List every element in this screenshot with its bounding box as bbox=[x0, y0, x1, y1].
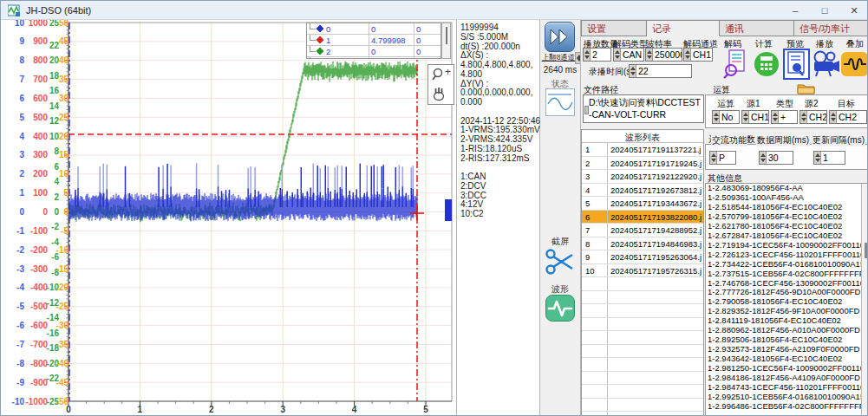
spinner-arrows[interactable] bbox=[614, 49, 621, 61]
legend-scrollbar-thumb[interactable] bbox=[446, 27, 447, 44]
play-button[interactable] bbox=[812, 49, 839, 79]
spinner-arrows[interactable] bbox=[742, 111, 749, 123]
tab-2[interactable]: 记录 bbox=[647, 20, 720, 36]
wave-list-empty-row[interactable] bbox=[582, 412, 703, 416]
ac-spinner-2[interactable]: 30 bbox=[759, 151, 793, 165]
cursor-legend-table[interactable]: 00014.799998020034.7999980 bbox=[306, 23, 441, 59]
can-frame-row[interactable]: 1-2.621780-181056F4-EC10C40E02 bbox=[706, 222, 868, 231]
record-time-spinner[interactable]: 22 bbox=[629, 64, 692, 78]
can-frame-row[interactable]: 1-2.734422-1CEB56F4-016810010090A15A bbox=[706, 260, 868, 270]
screenshot-button[interactable] bbox=[545, 246, 576, 281]
page-channels-label[interactable]: 上翻8通道 bbox=[540, 53, 577, 63]
zoom-plus-icon[interactable]: + bbox=[445, 66, 451, 78]
field-spinner-2[interactable]: CAN bbox=[613, 48, 644, 62]
can-frame-row[interactable]: 1-2.932573-1812F456-A2109F0F0000FD bbox=[706, 345, 868, 354]
browse-folder-button[interactable] bbox=[797, 82, 815, 94]
graph-tools-palette[interactable]: + bbox=[427, 64, 454, 105]
spinner-arrows[interactable] bbox=[830, 111, 837, 123]
ac-spinner-3[interactable]: 1 bbox=[813, 151, 845, 165]
can-frame-row[interactable]: 1-2.981250-1CEC56F4-10090002FF001100 bbox=[706, 364, 868, 374]
can-frame-row[interactable]: 1-2.841119-181056F4-EC10C40E02 bbox=[706, 316, 868, 326]
wave-list-empty-row[interactable] bbox=[582, 345, 703, 359]
zoom-tool-icon[interactable] bbox=[431, 67, 445, 82]
ac-spinner-1[interactable]: P bbox=[709, 151, 736, 165]
can-frame-row[interactable]: 1-2.984743-1CECF456-110201FFFF001100 bbox=[706, 383, 868, 393]
can-frame-row[interactable]: 1-2.790058-181056F4-EC10C40E02 bbox=[706, 297, 868, 307]
can-frames-list[interactable]: 1-2.483069-180956F4-AA1-2.509361-100AF45… bbox=[705, 183, 868, 416]
can-frame-row[interactable]: 1-2.483069-180956F4-AA bbox=[706, 184, 868, 193]
spinner-arrows[interactable] bbox=[684, 49, 691, 61]
legend-row[interactable]: 14.7999980 bbox=[307, 35, 441, 46]
legend-scrollbar[interactable] bbox=[441, 23, 451, 59]
operation-spinner-3[interactable]: + bbox=[771, 110, 798, 124]
wave-list-row[interactable]: 52024051717193443672.j bbox=[582, 197, 703, 211]
wave-list-empty-row[interactable] bbox=[582, 331, 703, 345]
operation-spinner-5[interactable]: CH2 bbox=[829, 110, 867, 124]
can-frame-row[interactable]: 1-2.829352-1812F456-9F10A00F0000FD bbox=[706, 307, 868, 316]
decode-button[interactable] bbox=[723, 49, 751, 79]
fast-forward-button[interactable] bbox=[545, 22, 575, 52]
close-button[interactable]: ✕ bbox=[839, 1, 868, 20]
spinner-arrows[interactable] bbox=[584, 49, 591, 61]
file-path-box[interactable]: D:\快速访问资料\DCCTEST-CAN-VOLT-CURR bbox=[583, 94, 704, 123]
field-spinner-1[interactable]: 2 bbox=[583, 48, 611, 62]
tab-3[interactable]: 通讯 bbox=[720, 20, 794, 36]
wave-list-row[interactable]: 82024051717194846983.j bbox=[582, 237, 703, 251]
can-frame-row[interactable]: 1-2.737515-1CEB56F4-02C800FFFFFFFFFF bbox=[706, 270, 868, 279]
tab-1[interactable]: 设置 bbox=[581, 20, 647, 36]
legend-row[interactable]: 34.7999980 bbox=[307, 57, 441, 59]
spinner-arrows[interactable] bbox=[760, 152, 767, 164]
overlay-button[interactable] bbox=[841, 49, 868, 79]
wave-list-empty-row[interactable] bbox=[582, 358, 703, 372]
legend-row[interactable]: 200 bbox=[307, 46, 441, 57]
can-frames-scrollbar-thumb[interactable] bbox=[865, 243, 867, 258]
can-frame-row[interactable]: 1-2.992510-1CEB56F4-016810010090A15A bbox=[706, 393, 868, 402]
wave-list-empty-row[interactable] bbox=[582, 291, 703, 305]
field-spinner-3[interactable]: 250000 bbox=[645, 48, 682, 62]
wave-list-row[interactable]: 92024051717195263064.j bbox=[582, 250, 703, 264]
can-frame-row[interactable]: 1-2.570799-181056F4-EC10C40E02 bbox=[706, 212, 868, 222]
spinner-arrows[interactable] bbox=[630, 65, 636, 77]
wave-list-row[interactable]: 32024051717192122920.j bbox=[582, 170, 703, 184]
wave-list-row[interactable]: 72024051717194288952.j bbox=[582, 224, 703, 237]
wave-list-row[interactable]: 102024051717195726315.j bbox=[582, 264, 703, 278]
calculate-button[interactable] bbox=[754, 49, 781, 79]
wave-list-empty-row[interactable] bbox=[582, 385, 703, 399]
legend-row[interactable]: 000 bbox=[307, 23, 441, 35]
waveform-file-list[interactable]: 波形列表12024051717191137221.j22024051717191… bbox=[581, 129, 704, 416]
spinner-arrows[interactable] bbox=[710, 152, 717, 164]
wave-list-empty-row[interactable] bbox=[582, 277, 703, 291]
spinner-arrows[interactable] bbox=[800, 111, 807, 123]
wave-list-empty-row[interactable] bbox=[582, 372, 703, 386]
can-frames-scrollbar[interactable] bbox=[861, 184, 868, 416]
wave-list-empty-row[interactable] bbox=[582, 318, 703, 332]
spinner-arrows[interactable] bbox=[713, 111, 720, 123]
operation-spinner-4[interactable]: CH2 bbox=[799, 110, 827, 124]
can-frame-row[interactable]: 1-2.892506-181056F4-EC10C40E02 bbox=[706, 335, 868, 345]
waveform-button[interactable] bbox=[545, 295, 575, 322]
can-frame-row[interactable]: 1-2.984186-1812F456-A4109A0F0000FD bbox=[706, 374, 868, 383]
pan-hand-icon[interactable] bbox=[431, 86, 447, 101]
wave-list-empty-row[interactable] bbox=[582, 304, 703, 318]
wave-list-row[interactable]: 62024051717193822080.j bbox=[582, 211, 703, 224]
can-frame-row[interactable]: 1-2.996486-1CEB56F4-02C800FFFFFFFFFF bbox=[706, 402, 868, 412]
can-frame-row[interactable]: 1-2.943642-181056F4-EC10C40E02 bbox=[706, 354, 868, 364]
can-frame-row[interactable]: 1-2.880962-1812F456-A010A00F0000FD bbox=[706, 326, 868, 335]
spinner-arrows[interactable] bbox=[814, 152, 821, 164]
can-frame-row[interactable]: 1-2.777726-1812F456-9D10A00F0000FD bbox=[706, 288, 868, 297]
can-frame-row[interactable]: 1-2.672847-181056F4-EC10C40E02 bbox=[706, 231, 868, 241]
wave-list-row[interactable]: 22024051717191719245.j bbox=[582, 157, 703, 171]
spinner-arrows[interactable] bbox=[772, 111, 779, 123]
tab-4[interactable]: 信号/功率计 bbox=[794, 20, 868, 36]
operation-spinner-2[interactable]: CH1 bbox=[741, 110, 769, 124]
spinner-arrows[interactable] bbox=[646, 49, 653, 61]
preview-button[interactable] bbox=[783, 49, 810, 80]
can-frame-row[interactable]: 1-2.719194-1CEC56F4-10090002FF001100 bbox=[706, 241, 868, 250]
can-frame-row[interactable]: 1-2.518544-181056F4-EC10C40E02 bbox=[706, 203, 868, 212]
field-spinner-4[interactable]: CH1 bbox=[683, 48, 713, 62]
wave-list-empty-row[interactable] bbox=[582, 399, 703, 413]
wave-list-row[interactable]: 42024051717192673812.j bbox=[582, 184, 703, 198]
can-frame-row[interactable]: 1-2.746768-1CECF456-13090002FF001100 bbox=[706, 279, 868, 289]
wave-list-row[interactable]: 12024051717191137221.j bbox=[582, 143, 703, 157]
can-frame-row[interactable]: 1-2.726123-1CECF456-110201FFFF001100 bbox=[706, 250, 868, 260]
